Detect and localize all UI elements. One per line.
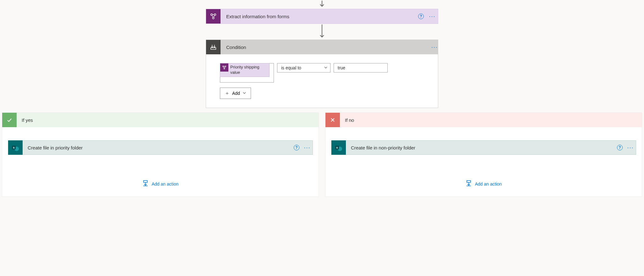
yes-action-card[interactable]: S Create file in priority folder ? ··· <box>8 140 313 155</box>
condition-row: Priority shipping value is equal to true <box>220 63 424 83</box>
more-menu-icon[interactable]: ··· <box>431 44 438 50</box>
add-action-label: Add an action <box>152 181 179 187</box>
add-action-icon <box>142 180 149 188</box>
svg-rect-8 <box>211 48 216 50</box>
add-action-icon <box>466 180 472 188</box>
condition-card: Condition ··· Priority shipping value <box>206 40 438 108</box>
branch-if-no: If no S Create file in non-priority fold… <box>325 112 642 197</box>
branch-no-header: If no <box>325 113 642 127</box>
svg-point-3 <box>212 17 214 19</box>
close-icon <box>325 113 340 127</box>
chevron-down-icon <box>324 65 328 70</box>
help-icon[interactable]: ? <box>415 14 427 19</box>
condition-title: Condition <box>221 45 431 50</box>
ai-builder-icon <box>220 63 228 72</box>
branch-no-label: If no <box>340 117 354 123</box>
add-action-yes[interactable]: Add an action <box>142 180 179 191</box>
connector-arrow <box>319 24 325 40</box>
token-label: Priority shipping value <box>228 63 269 77</box>
no-action-title: Create file in non-priority folder <box>346 145 614 150</box>
add-button-label: Add <box>232 91 240 96</box>
more-menu-icon[interactable]: ··· <box>625 145 636 150</box>
help-icon[interactable]: ? <box>614 145 625 150</box>
yes-action-title: Create file in priority folder <box>23 145 291 150</box>
svg-line-15 <box>225 67 225 68</box>
add-condition-button[interactable]: ＋ Add <box>220 88 251 99</box>
condition-header[interactable]: Condition ··· <box>206 40 438 54</box>
chevron-down-icon <box>243 91 246 96</box>
ai-builder-icon <box>206 9 221 24</box>
no-action-card[interactable]: S Create file in non-priority folder ? ·… <box>331 140 636 155</box>
svg-line-5 <box>214 15 215 17</box>
condition-operand-left[interactable]: Priority shipping value <box>220 63 274 83</box>
branch-if-yes: If yes S Create file in priority folder … <box>2 112 319 197</box>
more-menu-icon[interactable]: ··· <box>427 14 438 19</box>
svg-point-13 <box>224 68 225 69</box>
more-menu-icon[interactable]: ··· <box>302 145 313 150</box>
connector-arrow-top <box>319 0 325 9</box>
extract-action-title: Extract information from forms <box>221 14 415 19</box>
sharepoint-icon: S <box>8 140 23 155</box>
svg-point-1 <box>211 14 213 16</box>
condition-icon <box>206 40 221 54</box>
svg-point-11 <box>223 66 224 67</box>
condition-operand-right[interactable]: true <box>334 63 388 73</box>
add-action-label: Add an action <box>475 181 502 187</box>
svg-line-14 <box>223 67 224 68</box>
operator-value: is equal to <box>281 65 301 70</box>
svg-line-4 <box>212 15 213 17</box>
plus-icon: ＋ <box>225 90 230 97</box>
svg-rect-22 <box>467 181 471 182</box>
help-icon[interactable]: ? <box>291 145 302 150</box>
sharepoint-icon: S <box>331 140 346 155</box>
svg-point-2 <box>214 14 216 16</box>
svg-rect-17 <box>144 181 147 182</box>
add-action-no[interactable]: Add an action <box>466 180 502 191</box>
operand-right-value: true <box>338 65 345 70</box>
svg-point-12 <box>225 66 226 67</box>
dynamic-content-token[interactable]: Priority shipping value <box>220 63 270 77</box>
condition-operator-select[interactable]: is equal to <box>277 63 330 73</box>
check-icon <box>2 113 17 127</box>
branch-yes-label: If yes <box>17 117 33 123</box>
extract-action-card[interactable]: Extract information from forms ? ··· <box>206 9 438 24</box>
branch-yes-header: If yes <box>2 113 319 127</box>
